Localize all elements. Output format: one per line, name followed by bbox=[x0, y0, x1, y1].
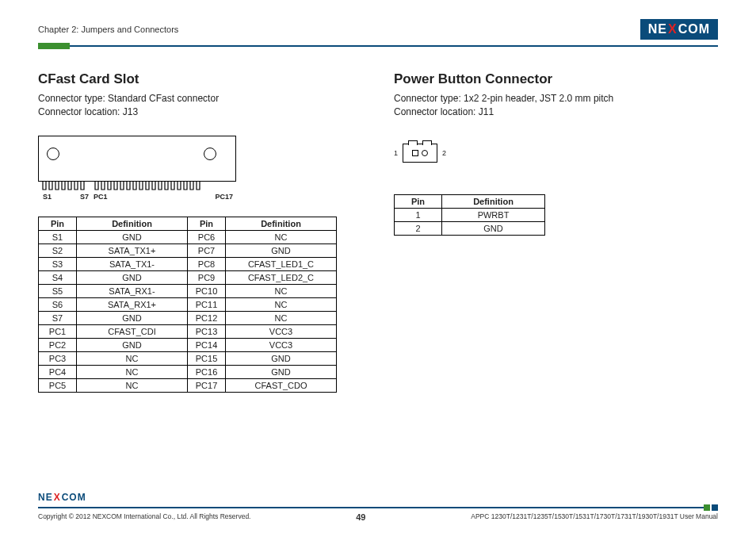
nexcom-logo: NEXCOM bbox=[640, 19, 718, 40]
table-cell: SATA_RX1+ bbox=[77, 297, 188, 311]
table-cell: VCC3 bbox=[226, 338, 337, 351]
pin2-circle-icon bbox=[422, 150, 428, 156]
cfast-pin-table: Pin Definition Pin Definition S1GNDPC6NC… bbox=[38, 217, 337, 393]
table-cell: NC bbox=[226, 297, 337, 311]
table-cell: GND bbox=[442, 221, 545, 235]
table-cell: CFAST_CDO bbox=[226, 378, 337, 392]
pin1-square-icon bbox=[412, 150, 418, 156]
table-cell: PC4 bbox=[39, 365, 77, 378]
table-cell: PC16 bbox=[188, 365, 226, 378]
table-cell: VCC3 bbox=[226, 324, 337, 338]
table-cell: S6 bbox=[39, 297, 77, 311]
table-cell: GND bbox=[226, 365, 337, 378]
table-cell: PC5 bbox=[39, 378, 77, 392]
cfast-connector-location: Connector location: J13 bbox=[38, 105, 362, 119]
table-cell: PC13 bbox=[188, 324, 226, 338]
table-row: S5SATA_RX1-PC10NC bbox=[39, 284, 337, 297]
table-cell: GND bbox=[77, 338, 188, 351]
pwr-diagram: 1 2 bbox=[394, 144, 718, 163]
table-cell: GND bbox=[77, 230, 188, 243]
table-cell: SATA_TX1- bbox=[77, 257, 188, 270]
table-row: S6SATA_RX1+PC11NC bbox=[39, 297, 337, 311]
table-cell: SATA_RX1- bbox=[77, 284, 188, 297]
jst-header-icon bbox=[403, 144, 437, 163]
cfast-diagram: S1 S7 PC1 PC17 bbox=[38, 136, 362, 201]
table-cell: GND bbox=[226, 243, 337, 257]
table-cell: PC12 bbox=[188, 311, 226, 324]
table-cell: 1 bbox=[395, 208, 442, 221]
table-row: S2SATA_TX1+PC7GND bbox=[39, 243, 337, 257]
table-row: 2GND bbox=[395, 221, 545, 235]
table-cell: PC8 bbox=[188, 257, 226, 270]
table-cell: PC2 bbox=[39, 338, 77, 351]
table-cell: S3 bbox=[39, 257, 77, 270]
th-pin: Pin bbox=[395, 194, 442, 208]
header-rule bbox=[38, 43, 718, 49]
nexcom-logo-footer: NEXCOM bbox=[38, 492, 718, 503]
pin-label-2: 2 bbox=[442, 149, 446, 157]
copyright: Copyright © 2012 NEXCOM International Co… bbox=[38, 512, 250, 522]
table-cell: 2 bbox=[395, 221, 442, 235]
pin-label-1: 1 bbox=[394, 149, 398, 157]
table-cell: NC bbox=[77, 351, 188, 365]
table-row: S1GNDPC6NC bbox=[39, 230, 337, 243]
table-row: 1PWRBT bbox=[395, 208, 545, 221]
table-cell: NC bbox=[226, 311, 337, 324]
cfast-connector-type: Connector type: Standard CFast connector bbox=[38, 92, 362, 105]
table-cell: PC11 bbox=[188, 297, 226, 311]
pin-label-s7: S7 bbox=[80, 193, 89, 201]
mounting-hole-icon bbox=[204, 148, 216, 160]
cfast-pins-icon bbox=[38, 182, 236, 191]
table-cell: PC7 bbox=[188, 243, 226, 257]
pwr-connector-location: Connector location: J11 bbox=[394, 105, 718, 119]
table-cell: PC3 bbox=[39, 351, 77, 365]
pin-label-pc17: PC17 bbox=[215, 193, 233, 201]
table-cell: PC6 bbox=[188, 230, 226, 243]
table-cell: S7 bbox=[39, 311, 77, 324]
pin-label-pc1: PC1 bbox=[94, 193, 108, 201]
table-row: S3SATA_TX1-PC8CFAST_LED1_C bbox=[39, 257, 337, 270]
table-cell: GND bbox=[226, 351, 337, 365]
table-cell: NC bbox=[77, 365, 188, 378]
table-cell: S5 bbox=[39, 284, 77, 297]
table-cell: NC bbox=[226, 230, 337, 243]
table-row: PC1CFAST_CDIPC13VCC3 bbox=[39, 324, 337, 338]
table-cell: NC bbox=[226, 284, 337, 297]
table-row: PC5NCPC17CFAST_CDO bbox=[39, 378, 337, 392]
pwr-connector-type: Connector type: 1x2 2-pin header, JST 2.… bbox=[394, 92, 718, 105]
table-cell: CFAST_LED1_C bbox=[226, 257, 337, 270]
pwr-pin-table: Pin Definition 1PWRBT2GND bbox=[394, 194, 545, 236]
table-cell: CFAST_LED2_C bbox=[226, 270, 337, 284]
table-cell: S4 bbox=[39, 270, 77, 284]
table-cell: PC9 bbox=[188, 270, 226, 284]
page-number: 49 bbox=[356, 512, 365, 522]
cfast-title: CFast Card Slot bbox=[38, 71, 362, 87]
th-pin: Pin bbox=[188, 217, 226, 230]
table-cell: PC14 bbox=[188, 338, 226, 351]
table-cell: PC1 bbox=[39, 324, 77, 338]
mounting-hole-icon bbox=[47, 148, 59, 160]
table-row: S4GNDPC9CFAST_LED2_C bbox=[39, 270, 337, 284]
table-row: PC4NCPC16GND bbox=[39, 365, 337, 378]
table-cell: PWRBT bbox=[442, 208, 545, 221]
th-pin: Pin bbox=[39, 217, 77, 230]
footer-rule bbox=[38, 504, 718, 511]
table-row: S7GNDPC12NC bbox=[39, 311, 337, 324]
table-cell: CFAST_CDI bbox=[77, 324, 188, 338]
table-row: PC3NCPC15GND bbox=[39, 351, 337, 365]
table-cell: NC bbox=[77, 378, 188, 392]
pwr-title: Power Button Connector bbox=[394, 71, 718, 87]
table-cell: SATA_TX1+ bbox=[77, 243, 188, 257]
table-cell: PC15 bbox=[188, 351, 226, 365]
pin-label-s1: S1 bbox=[43, 193, 52, 201]
th-def: Definition bbox=[77, 217, 188, 230]
table-cell: GND bbox=[77, 270, 188, 284]
table-cell: S1 bbox=[39, 230, 77, 243]
table-row: PC2GNDPC14VCC3 bbox=[39, 338, 337, 351]
table-cell: GND bbox=[77, 311, 188, 324]
table-cell: PC17 bbox=[188, 378, 226, 392]
th-def: Definition bbox=[442, 194, 545, 208]
manual-name: APPC 1230T/1231T/1235T/1530T/1531T/1730T… bbox=[471, 512, 718, 522]
chapter-label: Chapter 2: Jumpers and Connectors bbox=[38, 25, 178, 34]
table-cell: PC10 bbox=[188, 284, 226, 297]
